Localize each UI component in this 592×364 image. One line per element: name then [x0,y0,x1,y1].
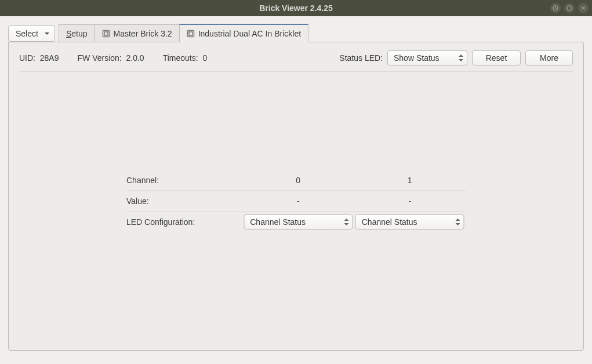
svg-rect-5 [189,32,193,35]
channel-table: Channel: 0 1 Value: - - LED Configuratio… [126,170,466,232]
value-1: - [354,196,466,206]
channel-0: 0 [242,176,354,185]
titlebar: Brick Viewer 2.4.25 [0,0,592,16]
channel-label: Channel: [126,176,242,185]
more-label: More [540,53,558,63]
table-row-value: Value: - - [126,191,466,212]
close-icon[interactable] [578,3,589,13]
chevron-down-icon [44,29,50,38]
svg-rect-2 [103,30,109,37]
tab-master-brick[interactable]: Master Brick 3.2 [95,24,180,42]
value-label: Value: [126,196,242,206]
more-button[interactable]: More [525,50,573,65]
window-title: Brick Viewer 2.4.25 [259,3,333,13]
tab-label: Industrial Dual AC In Bricklet [198,29,301,38]
tab-label: Master Brick 3.2 [114,29,172,38]
window-controls [550,0,589,16]
ledcfg-value-0: Channel Status [250,217,306,227]
reset-label: Reset [486,53,507,63]
maximize-icon[interactable] [564,3,575,13]
svg-point-1 [567,6,572,10]
reset-button[interactable]: Reset [472,50,521,65]
tab-industrial-dual-ac-in[interactable]: Industrial Dual AC In Bricklet [179,24,308,42]
app-body: Select Setup Master Brick 3.2 Industrial… [0,16,592,364]
tab-label: Setup [66,29,88,38]
ledcfg-combo-0[interactable]: Channel Status [244,214,353,230]
uid-label: UID: [19,53,35,63]
timeouts-label: Timeouts: [163,53,198,63]
value-0: - [242,196,354,206]
status-row: UID: 28A9 FW Version: 2.0.0 Timeouts: 0 … [19,50,573,65]
ledcfg-label: LED Configuration: [126,217,242,227]
ledcfg-value-1: Channel Status [362,217,417,227]
spin-arrows-icon [456,217,460,227]
brick-icon [102,30,110,38]
statusled-value: Show Status [394,53,440,63]
ledcfg-combo-1[interactable]: Channel Status [355,214,464,230]
main-panel: UID: 28A9 FW Version: 2.0.0 Timeouts: 0 … [8,42,584,351]
uid-value: 28A9 [40,53,59,63]
status-right: Status LED: Show Status Reset More [339,50,573,65]
bricklet-icon [187,30,195,38]
fw-label: FW Version: [77,53,121,63]
top-row: Select Setup Master Brick 3.2 Industrial… [8,24,584,42]
tab-setup[interactable]: Setup [59,24,95,42]
divider [19,71,573,72]
timeouts-value: 0 [202,53,207,63]
spin-arrows-icon [459,53,463,63]
status-left: UID: 28A9 FW Version: 2.0.0 Timeouts: 0 [19,53,222,63]
table-row-ledcfg: LED Configuration: Channel Status Channe… [126,212,466,232]
svg-rect-3 [104,32,108,35]
statusled-combo[interactable]: Show Status [387,50,467,65]
statusled-label: Status LED: [339,53,383,63]
select-label: Select [16,29,38,38]
channel-1: 1 [354,176,466,185]
table-row-channel: Channel: 0 1 [126,170,466,191]
minimize-icon[interactable] [550,3,561,13]
spin-arrows-icon [344,217,348,227]
select-dropdown[interactable]: Select [8,26,55,42]
svg-rect-4 [187,30,194,37]
fw-value: 2.0.0 [126,53,144,63]
